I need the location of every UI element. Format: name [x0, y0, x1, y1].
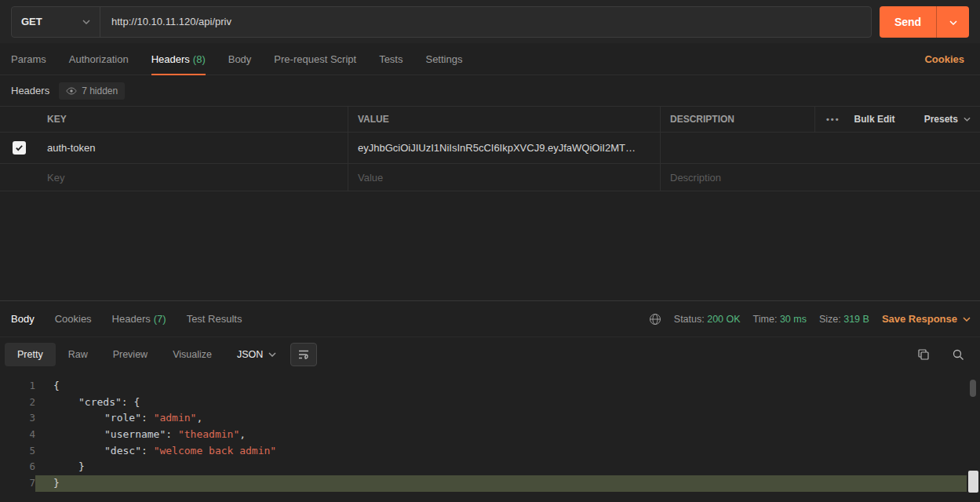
header-value-cell[interactable]: eyJhbGciOiJIUzI1NiIsInR5cCI6IkpXVCJ9.eyJ… — [348, 133, 660, 163]
url-input[interactable] — [100, 7, 871, 37]
line-number: 2 — [0, 395, 35, 411]
json-punctuation: , — [196, 412, 202, 424]
response-tabs: Body Cookies Headers (7) Test Results St… — [0, 301, 980, 337]
table-actions: ••• Bulk Edit Presets — [814, 107, 980, 132]
new-key-cell[interactable]: Key — [38, 164, 348, 191]
save-response-button[interactable]: Save Response — [882, 313, 971, 325]
tab-headers[interactable]: Headers (8) — [151, 43, 206, 75]
table-header-row: KEY VALUE DESCRIPTION ••• Bulk Edit Pres… — [0, 107, 980, 133]
cookies-link[interactable]: Cookies — [924, 53, 964, 65]
response-view-bar: Pretty Raw Preview Visualize JSON — [0, 337, 980, 372]
row-checkbox-cell — [0, 133, 38, 163]
postman-app: GET Send Params Authorization Headers (8… — [0, 0, 980, 502]
new-value-cell[interactable]: Value — [348, 164, 660, 191]
headers-subheader: Headers 7 hidden — [0, 75, 980, 106]
line-number: 6 — [0, 459, 35, 475]
header-key-cell[interactable]: auth-token — [38, 133, 348, 163]
tab-headers-label: Headers — [151, 53, 190, 65]
json-punctuation: : — [166, 428, 178, 440]
status-value: 200 OK — [707, 314, 740, 325]
tab-params[interactable]: Params — [11, 43, 46, 75]
hidden-headers-toggle[interactable]: 7 hidden — [59, 82, 125, 100]
code-line: 5 "desc": "welcome back admin" — [0, 443, 980, 460]
response-tab-cookies[interactable]: Cookies — [55, 313, 92, 325]
line-number: 1 — [0, 378, 35, 395]
network-globe-icon[interactable] — [649, 313, 661, 326]
code-line: 3 "role": "admin", — [0, 410, 980, 427]
new-description-cell[interactable]: Description — [660, 164, 980, 191]
request-builder-bar: GET Send — [0, 0, 980, 43]
url-group: GET — [11, 6, 872, 38]
row-checkbox[interactable] — [13, 141, 26, 155]
json-punctuation: } — [53, 477, 60, 489]
column-header-description: DESCRIPTION — [660, 107, 814, 132]
line-number: 5 — [0, 443, 35, 460]
send-options-button[interactable] — [936, 6, 969, 38]
view-tab-preview[interactable]: Preview — [100, 343, 160, 366]
line-number: 4 — [0, 427, 35, 443]
save-response-label: Save Response — [882, 313, 957, 325]
search-icon[interactable] — [952, 348, 964, 361]
more-options-icon[interactable]: ••• — [826, 115, 840, 124]
json-key: "username" — [104, 428, 166, 440]
json-punctuation: } — [78, 460, 85, 472]
json-string: "admin" — [154, 412, 197, 424]
json-punctuation: : — [141, 445, 154, 457]
time-badge: Time: 30 ms — [753, 314, 807, 325]
response-tab-headers-label: Headers — [112, 313, 151, 325]
chevron-down-icon — [963, 317, 971, 322]
table-placeholder-row: Key Value Description — [0, 164, 980, 191]
format-select[interactable]: JSON — [237, 349, 276, 360]
table-row: auth-token eyJhbGciOiJIUzI1NiIsInR5cCI6I… — [0, 133, 980, 164]
json-punctuation: { — [53, 380, 60, 391]
column-header-key: KEY — [38, 107, 348, 132]
presets-dropdown[interactable]: Presets — [924, 114, 971, 125]
json-string: "welcome back admin" — [154, 445, 277, 457]
presets-label: Presets — [924, 114, 958, 125]
tab-body[interactable]: Body — [228, 43, 252, 75]
json-string: "theadmin" — [178, 428, 239, 440]
view-tab-visualize[interactable]: Visualize — [160, 343, 224, 366]
response-tab-body[interactable]: Body — [11, 313, 35, 325]
header-description-cell[interactable] — [660, 133, 980, 163]
json-key: "creds" — [78, 396, 122, 408]
view-tab-raw[interactable]: Raw — [56, 343, 100, 366]
size-badge: Size: 319 B — [819, 314, 869, 325]
view-tab-pretty[interactable]: Pretty — [5, 343, 56, 366]
vertical-scrollbar-thumb[interactable] — [970, 380, 976, 397]
code-line: 4 "username": "theadmin", — [0, 427, 980, 443]
size-value: 319 B — [843, 314, 869, 325]
copy-icon[interactable] — [917, 348, 930, 361]
line-number: 3 — [0, 410, 35, 427]
response-tab-headers[interactable]: Headers (7) — [112, 313, 166, 325]
code-line: 2 "creds": { — [0, 395, 980, 411]
code-line: 7 } — [0, 475, 980, 492]
column-header-value: VALUE — [348, 107, 660, 132]
tab-authorization[interactable]: Authorization — [69, 43, 129, 75]
code-line: 1 { — [0, 378, 980, 395]
size-label: Size: — [819, 314, 841, 325]
row-checkbox-cell — [0, 164, 38, 191]
tab-headers-count: (8) — [193, 53, 206, 65]
eye-icon — [66, 85, 77, 96]
json-key: "desc" — [104, 445, 141, 457]
response-toolbar-icons — [917, 348, 964, 361]
headers-table: KEY VALUE DESCRIPTION ••• Bulk Edit Pres… — [0, 106, 980, 191]
tab-settings[interactable]: Settings — [425, 43, 462, 75]
time-value: 30 ms — [780, 314, 807, 325]
chevron-down-icon — [964, 117, 971, 122]
wrap-text-button[interactable] — [290, 343, 317, 366]
tab-tests[interactable]: Tests — [379, 43, 403, 75]
method-select[interactable]: GET — [12, 7, 100, 37]
status-label: Status: — [674, 314, 705, 325]
tab-prerequest-script[interactable]: Pre-request Script — [274, 43, 356, 75]
send-button[interactable]: Send — [880, 6, 936, 38]
response-tab-test-results[interactable]: Test Results — [187, 313, 242, 325]
json-key: "role" — [104, 412, 141, 424]
wrap-text-icon — [297, 348, 310, 361]
bulk-edit-button[interactable]: Bulk Edit — [854, 114, 895, 125]
empty-area — [0, 191, 980, 300]
send-split-button: Send — [880, 6, 969, 38]
scrollbar-corner-thumb[interactable] — [968, 471, 978, 493]
format-label: JSON — [237, 349, 263, 360]
